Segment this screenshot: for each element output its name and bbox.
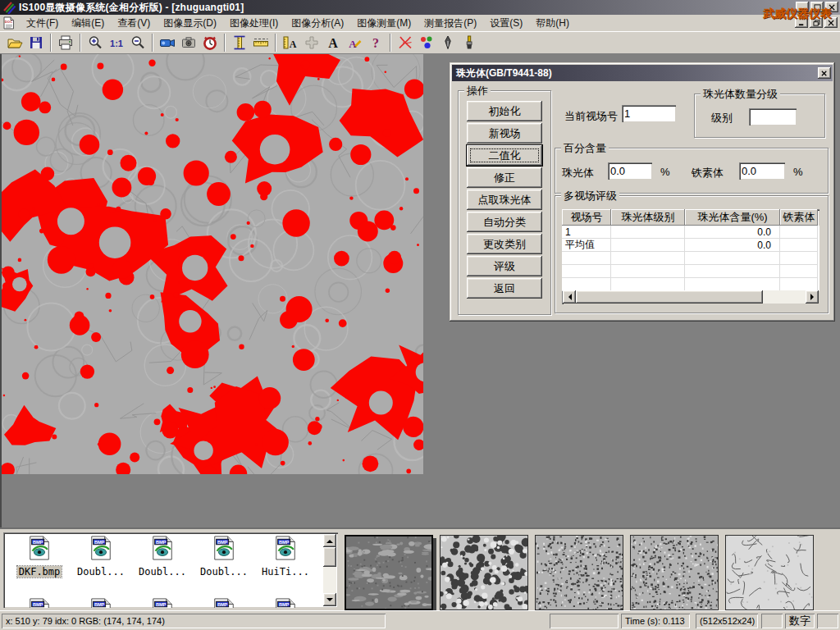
menu-item-2[interactable]: 查看(V) [111,15,157,32]
app-icon [2,2,16,13]
ferrite-value-input[interactable] [739,162,785,180]
file-item-0[interactable]: BMPDKF.bmp [10,536,69,578]
toolbar-photo-camera-button[interactable] [178,33,199,52]
table-row-2[interactable] [562,252,819,265]
menu-item-5[interactable]: 图像分析(A) [285,15,350,32]
toolbar-help-button[interactable]: ? [365,33,386,52]
op-button-7[interactable]: 评级 [467,256,542,276]
menu-item-7[interactable]: 测量报告(P) [418,15,483,32]
table-column-2[interactable]: 珠光体含量(%) [685,209,780,226]
table-column-1[interactable]: 珠光体级别 [611,209,685,226]
bmp-file-icon: BMP [273,598,298,608]
grading-group-label: 珠光体数量分级 [701,88,780,100]
op-button-1[interactable]: 新视场 [467,123,542,144]
thumbnail-3[interactable] [630,535,719,610]
table-row-3[interactable] [562,265,819,278]
table-row-0[interactable]: 10.0 [562,226,819,239]
file-item-2[interactable]: BMPDoubl... [133,536,192,578]
toolbar-classify-points-button[interactable] [416,33,437,52]
toolbar: 1:1AAA? [0,31,840,54]
table-column-0[interactable]: 视场号 [562,209,611,226]
svg-text:BMP: BMP [94,540,105,545]
toolbar-text-edit-button[interactable]: A [344,33,365,52]
dialog-title-bar[interactable]: 珠光体(GB/T9441-88) [452,65,833,81]
file-item-partial[interactable]: BMP [194,598,253,608]
open-folder-icon [7,34,23,51]
toolbar-zoom-in-button[interactable] [84,33,106,52]
thumbnail-image [536,536,623,609]
file-item-partial[interactable]: BMP [256,598,315,608]
thumbnail-0[interactable] [345,535,433,610]
svg-text:BMP: BMP [217,602,228,607]
file-item-1[interactable]: BMPDoubl... [71,536,130,578]
menu-item-4[interactable]: 图像处理(I) [223,15,285,32]
op-button-2[interactable]: 二值化 [467,145,542,166]
dialog-close-button[interactable] [818,67,831,79]
thumbnail-image [631,536,718,609]
current-field-input[interactable] [622,105,676,122]
scrollbar-thumb[interactable] [576,290,763,304]
help-icon: ? [368,34,384,51]
file-item-3[interactable]: BMPDoubl... [194,536,253,578]
table-header: 视场号珠光体级别珠光体含量(%)铁素体 [562,209,819,226]
level-input[interactable] [749,108,797,126]
op-button-5[interactable]: 自动分类 [467,212,542,232]
file-item-partial[interactable]: BMP [71,598,130,608]
toolbar-open-folder-button[interactable] [4,33,25,52]
file-item-partial[interactable]: BMP [10,598,69,608]
thumbnail-2[interactable] [535,535,623,610]
file-name: HuiTi... [260,566,311,578]
toolbar-actual-size-button[interactable]: 1:1 [106,33,127,52]
scroll-left-button[interactable] [563,290,576,304]
toolbar-pen-button[interactable] [437,33,459,52]
caliper-icon [231,34,248,51]
toolbar-text-button[interactable]: A [322,33,344,52]
status-empty-panel-2 [761,614,783,628]
menu-item-0[interactable]: 文件(F) [20,15,65,32]
toolbar-ruler-button[interactable] [250,33,272,52]
op-button-8[interactable]: 返回 [467,278,542,299]
toolbar-scissors-button[interactable] [395,33,416,52]
svg-text:BMP: BMP [33,540,43,545]
scrollbar-thumb[interactable] [323,547,336,567]
toolbar-brush-button[interactable] [459,33,480,52]
bmp-file-icon: BMP [27,536,52,560]
metallograph-image[interactable] [2,54,423,474]
toolbar-zoom-out-button[interactable] [127,33,148,52]
toolbar-measure-text-button[interactable]: A [280,33,301,52]
thumbnail-1[interactable] [440,535,528,610]
table-row-1[interactable]: 平均值0.0 [562,239,819,252]
scroll-down-button[interactable] [323,593,336,606]
table-row-4[interactable] [562,278,819,291]
pearlite-value-input[interactable] [608,162,652,180]
menu-item-1[interactable]: 编辑(E) [65,15,111,32]
bmp-file-icon: BMP [89,598,113,608]
toolbar-move-cross-button[interactable] [301,33,322,52]
menu-item-6[interactable]: 图像测量(M) [350,15,418,32]
scroll-right-button[interactable] [806,290,819,304]
op-button-0[interactable]: 初始化 [467,101,542,121]
file-item-partial[interactable]: BMP [133,598,192,608]
thumbnail-4[interactable] [725,535,814,610]
timer-icon [202,34,218,51]
multi-field-group: 多视场评级 视场号珠光体级别珠光体含量(%)铁素体10.0平均值0.0 [555,195,829,313]
file-browser-scrollbar[interactable] [323,534,336,606]
menu-item-3[interactable]: 图像显示(D) [157,15,223,32]
ferrite-unit: % [793,166,803,178]
op-button-4[interactable]: 点取珠光体 [467,189,542,210]
file-item-4[interactable]: BMPHuiTi... [256,536,315,578]
toolbar-video-camera-button[interactable] [157,33,178,52]
toolbar-timer-button[interactable] [199,33,221,52]
toolbar-caliper-button[interactable] [229,33,250,52]
toolbar-save-button[interactable] [25,33,47,52]
menu-item-9[interactable]: 帮助(H) [529,15,576,32]
op-button-6[interactable]: 更改类别 [467,234,542,254]
svg-text:BMP: BMP [156,602,167,607]
scroll-up-button[interactable] [323,534,336,547]
table-column-3[interactable]: 铁素体 [780,209,818,226]
dialog-title: 珠光体(GB/T9441-88) [456,66,552,80]
menu-item-8[interactable]: 设置(S) [483,15,529,32]
op-button-3[interactable]: 修正 [467,167,542,188]
table-hscrollbar[interactable] [563,290,819,304]
toolbar-print-button[interactable] [55,33,76,52]
